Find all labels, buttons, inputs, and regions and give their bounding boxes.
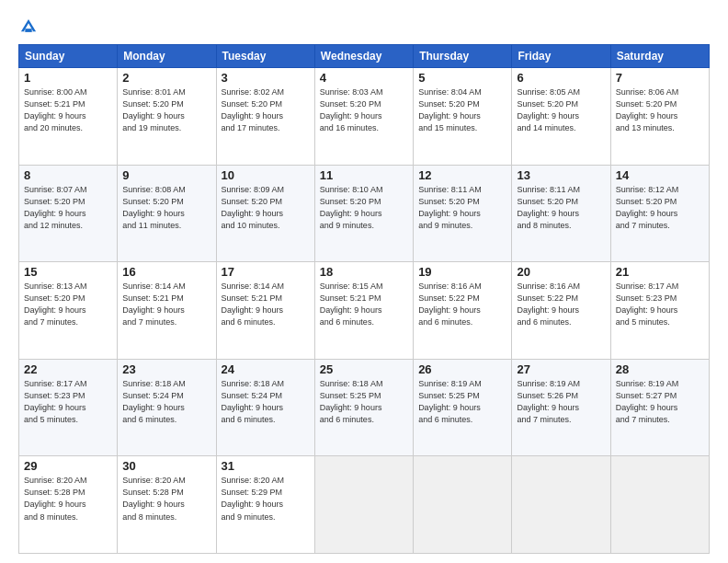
day-info: Sunrise: 8:08 AMSunset: 5:20 PMDaylight:… (122, 184, 210, 232)
day-cell: 24Sunrise: 8:18 AMSunset: 5:24 PMDayligh… (216, 359, 314, 456)
day-info: Sunrise: 8:11 AMSunset: 5:20 PMDaylight:… (418, 184, 506, 232)
weekday-header-monday: Monday (118, 45, 216, 68)
day-info: Sunrise: 8:01 AMSunset: 5:20 PMDaylight:… (122, 86, 210, 134)
day-number: 8 (24, 168, 112, 182)
day-cell: 27Sunrise: 8:19 AMSunset: 5:26 PMDayligh… (512, 359, 610, 456)
day-number: 12 (418, 168, 506, 182)
day-cell (512, 456, 610, 554)
day-number: 17 (222, 265, 310, 279)
weekday-header-wednesday: Wednesday (314, 45, 413, 68)
day-cell: 1Sunrise: 8:00 AMSunset: 5:21 PMDaylight… (19, 68, 118, 166)
day-info: Sunrise: 8:00 AMSunset: 5:21 PMDaylight:… (24, 86, 112, 134)
day-info: Sunrise: 8:14 AMSunset: 5:21 PMDaylight:… (222, 281, 310, 328)
day-info: Sunrise: 8:04 AMSunset: 5:20 PMDaylight:… (418, 86, 506, 134)
day-info: Sunrise: 8:13 AMSunset: 5:20 PMDaylight:… (24, 281, 112, 328)
day-info: Sunrise: 8:18 AMSunset: 5:24 PMDaylight:… (122, 378, 210, 426)
day-number: 11 (320, 168, 408, 182)
day-cell: 22Sunrise: 8:17 AMSunset: 5:23 PMDayligh… (19, 359, 118, 456)
day-number: 23 (122, 362, 210, 376)
day-number: 18 (320, 265, 408, 279)
logo-area (18, 17, 40, 37)
day-number: 21 (616, 265, 704, 279)
day-number: 10 (222, 168, 310, 182)
day-cell: 17Sunrise: 8:14 AMSunset: 5:21 PMDayligh… (216, 262, 314, 360)
day-cell: 21Sunrise: 8:17 AMSunset: 5:23 PMDayligh… (610, 262, 709, 360)
weekday-header-sunday: Sunday (19, 45, 118, 68)
weekday-header-tuesday: Tuesday (216, 45, 314, 68)
header (18, 17, 710, 37)
day-cell: 29Sunrise: 8:20 AMSunset: 5:28 PMDayligh… (19, 456, 118, 554)
day-cell: 30Sunrise: 8:20 AMSunset: 5:28 PMDayligh… (118, 456, 216, 554)
day-info: Sunrise: 8:19 AMSunset: 5:26 PMDaylight:… (517, 378, 605, 426)
day-number: 28 (616, 362, 704, 376)
day-info: Sunrise: 8:03 AMSunset: 5:20 PMDaylight:… (320, 86, 408, 134)
day-number: 9 (122, 168, 210, 182)
day-cell: 6Sunrise: 8:05 AMSunset: 5:20 PMDaylight… (512, 68, 610, 166)
day-cell: 14Sunrise: 8:12 AMSunset: 5:20 PMDayligh… (610, 165, 709, 262)
day-info: Sunrise: 8:10 AMSunset: 5:20 PMDaylight:… (320, 184, 408, 232)
day-number: 7 (616, 71, 704, 85)
day-number: 14 (616, 168, 704, 182)
day-number: 6 (517, 71, 605, 85)
day-cell: 8Sunrise: 8:07 AMSunset: 5:20 PMDaylight… (19, 165, 118, 262)
day-cell: 20Sunrise: 8:16 AMSunset: 5:22 PMDayligh… (512, 262, 610, 360)
week-row-2: 8Sunrise: 8:07 AMSunset: 5:20 PMDaylight… (19, 165, 710, 262)
day-info: Sunrise: 8:07 AMSunset: 5:20 PMDaylight:… (24, 184, 112, 232)
week-row-3: 15Sunrise: 8:13 AMSunset: 5:20 PMDayligh… (19, 262, 710, 360)
day-cell: 10Sunrise: 8:09 AMSunset: 5:20 PMDayligh… (216, 165, 314, 262)
day-info: Sunrise: 8:20 AMSunset: 5:29 PMDaylight:… (222, 475, 310, 523)
day-info: Sunrise: 8:16 AMSunset: 5:22 PMDaylight:… (517, 281, 605, 328)
day-cell: 4Sunrise: 8:03 AMSunset: 5:20 PMDaylight… (314, 68, 413, 166)
day-info: Sunrise: 8:20 AMSunset: 5:28 PMDaylight:… (24, 475, 112, 523)
day-cell: 12Sunrise: 8:11 AMSunset: 5:20 PMDayligh… (414, 165, 512, 262)
day-cell: 23Sunrise: 8:18 AMSunset: 5:24 PMDayligh… (118, 359, 216, 456)
day-number: 30 (122, 459, 210, 473)
week-row-4: 22Sunrise: 8:17 AMSunset: 5:23 PMDayligh… (19, 359, 710, 456)
day-cell: 28Sunrise: 8:19 AMSunset: 5:27 PMDayligh… (610, 359, 709, 456)
day-info: Sunrise: 8:17 AMSunset: 5:23 PMDaylight:… (24, 378, 112, 426)
day-info: Sunrise: 8:18 AMSunset: 5:25 PMDaylight:… (320, 378, 408, 426)
day-cell: 2Sunrise: 8:01 AMSunset: 5:20 PMDaylight… (118, 68, 216, 166)
calendar-header: SundayMondayTuesdayWednesdayThursdayFrid… (19, 45, 710, 68)
week-row-1: 1Sunrise: 8:00 AMSunset: 5:21 PMDaylight… (19, 68, 710, 166)
day-info: Sunrise: 8:14 AMSunset: 5:21 PMDaylight:… (122, 281, 210, 328)
day-info: Sunrise: 8:09 AMSunset: 5:20 PMDaylight:… (222, 184, 310, 232)
day-cell: 11Sunrise: 8:10 AMSunset: 5:20 PMDayligh… (314, 165, 413, 262)
week-row-5: 29Sunrise: 8:20 AMSunset: 5:28 PMDayligh… (19, 456, 710, 554)
day-cell: 18Sunrise: 8:15 AMSunset: 5:21 PMDayligh… (314, 262, 413, 360)
day-cell (314, 456, 413, 554)
day-number: 24 (222, 362, 310, 376)
day-number: 27 (517, 362, 605, 376)
day-cell: 13Sunrise: 8:11 AMSunset: 5:20 PMDayligh… (512, 165, 610, 262)
day-cell: 7Sunrise: 8:06 AMSunset: 5:20 PMDaylight… (610, 68, 709, 166)
svg-rect-2 (25, 29, 31, 32)
day-cell: 9Sunrise: 8:08 AMSunset: 5:20 PMDaylight… (118, 165, 216, 262)
day-cell: 26Sunrise: 8:19 AMSunset: 5:25 PMDayligh… (414, 359, 512, 456)
day-info: Sunrise: 8:20 AMSunset: 5:28 PMDaylight:… (122, 475, 210, 523)
day-info: Sunrise: 8:18 AMSunset: 5:24 PMDaylight:… (222, 378, 310, 426)
day-info: Sunrise: 8:06 AMSunset: 5:20 PMDaylight:… (616, 86, 704, 134)
day-number: 20 (517, 265, 605, 279)
day-cell: 3Sunrise: 8:02 AMSunset: 5:20 PMDaylight… (216, 68, 314, 166)
day-number: 3 (222, 71, 310, 85)
day-info: Sunrise: 8:17 AMSunset: 5:23 PMDaylight:… (616, 281, 704, 328)
day-info: Sunrise: 8:19 AMSunset: 5:27 PMDaylight:… (616, 378, 704, 426)
calendar-body: 1Sunrise: 8:00 AMSunset: 5:21 PMDaylight… (19, 68, 710, 554)
day-cell: 31Sunrise: 8:20 AMSunset: 5:29 PMDayligh… (216, 456, 314, 554)
day-cell: 16Sunrise: 8:14 AMSunset: 5:21 PMDayligh… (118, 262, 216, 360)
day-number: 15 (24, 265, 112, 279)
day-number: 2 (122, 71, 210, 85)
day-number: 22 (24, 362, 112, 376)
day-cell: 5Sunrise: 8:04 AMSunset: 5:20 PMDaylight… (414, 68, 512, 166)
day-info: Sunrise: 8:19 AMSunset: 5:25 PMDaylight:… (418, 378, 506, 426)
weekday-header-friday: Friday (512, 45, 610, 68)
weekday-header-thursday: Thursday (414, 45, 512, 68)
day-info: Sunrise: 8:05 AMSunset: 5:20 PMDaylight:… (517, 86, 605, 134)
day-number: 25 (320, 362, 408, 376)
day-info: Sunrise: 8:12 AMSunset: 5:20 PMDaylight:… (616, 184, 704, 232)
weekday-row: SundayMondayTuesdayWednesdayThursdayFrid… (19, 45, 710, 68)
day-number: 29 (24, 459, 112, 473)
day-number: 31 (222, 459, 310, 473)
day-number: 19 (418, 265, 506, 279)
day-cell: 25Sunrise: 8:18 AMSunset: 5:25 PMDayligh… (314, 359, 413, 456)
